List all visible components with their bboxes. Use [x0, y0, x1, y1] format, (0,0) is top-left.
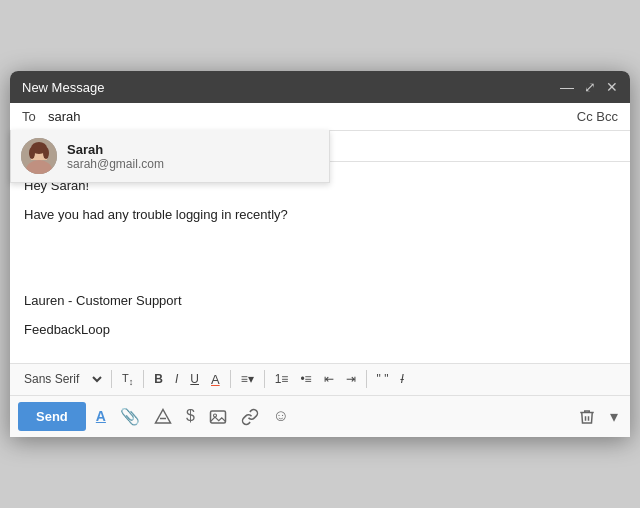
svg-point-7 — [43, 147, 49, 159]
minimize-button[interactable]: — — [560, 79, 574, 95]
insert-link-button[interactable] — [237, 404, 263, 429]
autocomplete-item[interactable]: Sarah sarah@gmail.com — [11, 130, 329, 182]
bold-button[interactable]: B — [150, 369, 167, 389]
bottom-toolbar: Send A 📎 $ ☺ — [10, 395, 630, 437]
blockquote-icon: " " — [377, 372, 389, 386]
autocomplete-name: Sarah — [67, 142, 164, 157]
close-button[interactable]: ✕ — [606, 79, 618, 95]
window-controls: — ⤢ ✕ — [560, 79, 618, 95]
to-label: To — [22, 109, 42, 124]
formatting-toolbar: Sans Serif Serif Monospace T↕ B I U A ≡▾… — [10, 363, 630, 395]
cc-bcc-button[interactable]: Cc Bcc — [577, 109, 618, 124]
divider-3 — [230, 370, 231, 388]
send-button[interactable]: Send — [18, 402, 86, 431]
font-family-select[interactable]: Sans Serif Serif Monospace — [18, 369, 105, 389]
italic-button[interactable]: I — [171, 369, 182, 389]
indent-dec-icon: ⇤ — [324, 372, 334, 386]
indent-dec-button[interactable]: ⇤ — [320, 369, 338, 389]
svg-point-6 — [29, 147, 35, 159]
insert-photo-button[interactable] — [205, 404, 231, 429]
font-size-button[interactable]: T↕ — [118, 369, 137, 390]
numbered-list-button[interactable]: 1≡ — [271, 369, 293, 389]
align-button[interactable]: ≡▾ — [237, 369, 258, 389]
body-area[interactable]: Hey Sarah! Have you had any trouble logg… — [10, 162, 630, 363]
numbered-list-icon: 1≡ — [275, 372, 289, 386]
insert-money-button[interactable]: $ — [182, 404, 199, 428]
body-line-5: Lauren - Customer Support — [24, 291, 616, 312]
bullet-list-icon: •≡ — [300, 372, 311, 386]
compose-window: New Message — ⤢ ✕ To Cc Bcc — [10, 71, 630, 437]
divider-1 — [111, 370, 112, 388]
more-options-button[interactable]: ▾ — [606, 404, 622, 429]
google-drive-button[interactable] — [150, 404, 176, 429]
delete-button[interactable] — [574, 404, 600, 429]
attach-file-button[interactable]: 📎 — [116, 404, 144, 429]
strikethrough-button[interactable]: I — [396, 369, 407, 389]
window-title: New Message — [22, 80, 104, 95]
divider-2 — [143, 370, 144, 388]
svg-marker-8 — [155, 409, 170, 423]
bullet-list-button[interactable]: •≡ — [296, 369, 315, 389]
body-text: Hey Sarah! Have you had any trouble logg… — [24, 176, 616, 341]
format-text-button[interactable]: A — [92, 405, 110, 427]
text-color-icon: A — [211, 372, 220, 387]
insert-emoji-button[interactable]: ☺ — [269, 404, 293, 428]
font-size-icon: T↕ — [122, 372, 133, 387]
autocomplete-dropdown: Sarah sarah@gmail.com — [10, 130, 330, 183]
divider-5 — [366, 370, 367, 388]
indent-inc-icon: ⇥ — [346, 372, 356, 386]
resize-button[interactable]: ⤢ — [584, 79, 596, 95]
to-row: To Cc Bcc — [10, 103, 630, 131]
align-icon: ≡▾ — [241, 372, 254, 386]
svg-rect-10 — [210, 411, 225, 423]
underline-button[interactable]: U — [186, 369, 203, 389]
body-line-2: Have you had any trouble logging in rece… — [24, 205, 616, 226]
text-color-button[interactable]: A — [207, 369, 224, 390]
autocomplete-info: Sarah sarah@gmail.com — [67, 142, 164, 171]
blockquote-button[interactable]: " " — [373, 369, 393, 389]
body-line-3 — [24, 234, 616, 255]
body-line-6: FeedbackLoop — [24, 320, 616, 341]
autocomplete-email: sarah@gmail.com — [67, 157, 164, 171]
body-line-4 — [24, 262, 616, 283]
to-input[interactable] — [48, 109, 569, 124]
divider-4 — [264, 370, 265, 388]
indent-inc-button[interactable]: ⇥ — [342, 369, 360, 389]
avatar — [21, 138, 57, 174]
strikethrough-icon: I — [400, 372, 403, 386]
title-bar: New Message — ⤢ ✕ — [10, 71, 630, 103]
